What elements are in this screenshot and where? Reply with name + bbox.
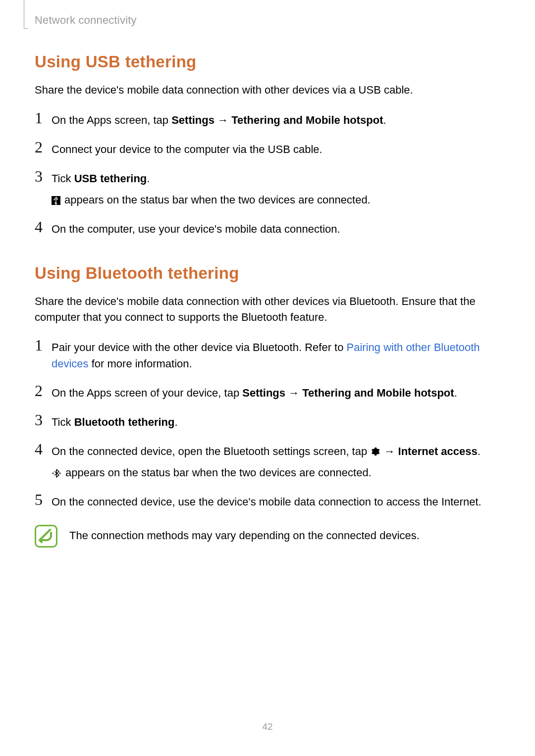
text: for more information.: [89, 357, 192, 370]
step-bt-1: 1 Pair your device with the other device…: [35, 337, 500, 372]
step-sub: appears on the status bar when the two d…: [52, 192, 500, 208]
heading-usb-tethering: Using USB tethering: [35, 52, 500, 71]
manual-page: Network connectivity Using USB tethering…: [0, 0, 535, 756]
text: Pair your device with the other device v…: [52, 341, 347, 353]
step-number: 2: [35, 139, 52, 155]
text: appears on the status bar when the two d…: [61, 194, 371, 206]
step-number: 3: [35, 412, 52, 428]
heading-bluetooth-tethering: Using Bluetooth tethering: [35, 264, 500, 283]
step-usb-4: 4 On the computer, use your device's mob…: [35, 219, 500, 237]
svg-rect-3: [36, 525, 57, 547]
text: .: [383, 114, 386, 126]
step-number: 4: [35, 441, 52, 457]
ui-label-settings: Settings: [171, 114, 214, 126]
step-body: On the Apps screen, tap Settings → Tethe…: [52, 110, 500, 128]
intro-usb: Share the device's mobile data connectio…: [35, 82, 500, 98]
note-block: The connection methods may vary dependin…: [35, 525, 500, 548]
ui-label-tethering-hotspot: Tethering and Mobile hotspot: [231, 114, 383, 126]
text: appears on the status bar when the two d…: [62, 466, 372, 479]
step-sub: appears on the status bar when the two d…: [52, 464, 500, 481]
text: .: [478, 445, 481, 457]
text: Tick: [52, 416, 74, 428]
gear-icon: [370, 447, 380, 456]
ui-label-internet-access: Internet access: [398, 445, 478, 457]
text: On the Apps screen, tap: [52, 114, 171, 126]
svg-point-2: [59, 472, 61, 474]
text: Tick: [52, 172, 74, 185]
step-bt-3: 3 Tick Bluetooth tethering.: [35, 412, 500, 430]
arrow: →: [214, 114, 231, 126]
step-number: 5: [35, 492, 52, 507]
step-number: 2: [35, 383, 52, 399]
step-usb-1: 1 On the Apps screen, tap Settings → Tet…: [35, 110, 500, 128]
step-bt-5: 5 On the connected device, use the devic…: [35, 492, 500, 510]
step-number: 1: [35, 337, 52, 353]
corner-rule-decoration: [24, 0, 28, 29]
text: .: [175, 416, 178, 428]
steps-bluetooth: 1 Pair your device with the other device…: [35, 337, 500, 510]
arrow: →: [381, 445, 398, 457]
step-usb-3: 3 Tick USB tethering. appears on the sta…: [35, 168, 500, 208]
step-body: Tick Bluetooth tethering.: [52, 412, 500, 430]
ui-label-settings: Settings: [242, 387, 285, 399]
step-body: On the Apps screen of your device, tap S…: [52, 383, 500, 401]
step-body: Tick USB tethering. appears on the statu…: [52, 168, 500, 208]
step-body: On the connected device, use the device'…: [52, 492, 500, 510]
step-number: 1: [35, 110, 52, 126]
page-number: 42: [0, 721, 535, 732]
step-body: On the computer, use your device's mobil…: [52, 219, 500, 237]
step-body: Connect your device to the computer via …: [52, 139, 500, 157]
step-body: On the connected device, open the Blueto…: [52, 441, 500, 481]
step-number: 4: [35, 219, 52, 235]
ui-label-usb-tethering: USB tethering: [74, 172, 147, 185]
text: .: [454, 387, 457, 399]
step-number: 3: [35, 168, 52, 184]
ui-label-bluetooth-tethering: Bluetooth tethering: [74, 416, 175, 428]
bluetooth-tether-status-icon: [52, 469, 61, 478]
ui-label-tethering-hotspot: Tethering and Mobile hotspot: [302, 387, 454, 399]
step-body: Pair your device with the other device v…: [52, 337, 500, 372]
arrow: →: [285, 387, 302, 399]
svg-point-1: [53, 472, 54, 474]
step-bt-4: 4 On the connected device, open the Blue…: [35, 441, 500, 481]
usb-status-icon: [52, 196, 60, 205]
intro-bluetooth: Share the device's mobile data connectio…: [35, 294, 500, 325]
text: .: [147, 172, 150, 185]
note-icon: [35, 525, 57, 548]
text: On the Apps screen of your device, tap: [52, 387, 242, 399]
step-bt-2: 2 On the Apps screen of your device, tap…: [35, 383, 500, 401]
breadcrumb: Network connectivity: [35, 14, 500, 27]
step-usb-2: 2 Connect your device to the computer vi…: [35, 139, 500, 157]
text: On the connected device, open the Blueto…: [52, 445, 370, 457]
note-text: The connection methods may vary dependin…: [69, 528, 420, 544]
steps-usb: 1 On the Apps screen, tap Settings → Tet…: [35, 110, 500, 237]
